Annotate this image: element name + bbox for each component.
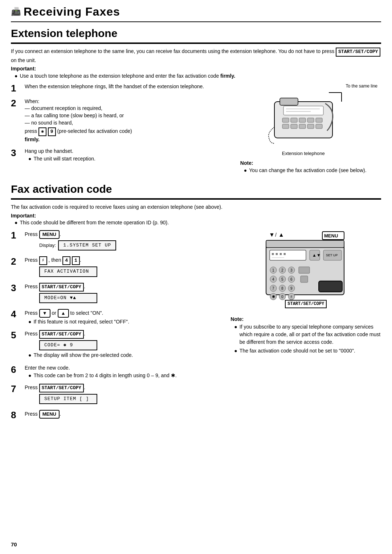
fax-step-4-bullet: If this feature is not required, select … xyxy=(28,318,223,326)
fax-step-6: 6 Enter the new code. This code can be f… xyxy=(11,364,223,379)
display-2: FAX ACTIVATION xyxy=(39,266,223,277)
fax-intro: The fax activation code is required to r… xyxy=(11,203,381,211)
svg-rect-7 xyxy=(282,118,289,122)
phone-drawing xyxy=(264,91,343,149)
ext-tel-steps: 1 When the extension telephone rings, li… xyxy=(11,83,218,175)
svg-rect-14 xyxy=(299,124,306,129)
fax-step-5: 5 Press START/SET/COPY. CODE= ✱ 9 The di… xyxy=(11,330,223,360)
svg-rect-10 xyxy=(307,118,314,122)
svg-text:3: 3 xyxy=(290,268,293,272)
display-1: Display: 1.SYSTEM SET UP xyxy=(39,240,223,250)
svg-rect-23 xyxy=(266,240,344,248)
svg-rect-12 xyxy=(282,124,289,129)
page-header: 📠 Receiving Faxes xyxy=(11,4,381,22)
fax-step-5-note: The display will show the pre-selected c… xyxy=(28,352,223,359)
display-5: CODE= ✱ 9 xyxy=(39,340,223,350)
fax-act-right: ▼ / ▲ MENU ■ ■ ■ ■ ─────── ▲▼ xyxy=(230,230,381,425)
svg-rect-3 xyxy=(280,98,298,105)
fax-step-8: 8 Press MENU. xyxy=(11,410,223,420)
svg-rect-9 xyxy=(299,118,306,122)
start-set-copy-5: START/SET/COPY xyxy=(39,330,84,339)
fax-activation-section: Fax activation code The fax activation c… xyxy=(11,182,381,425)
svg-rect-15 xyxy=(307,124,314,129)
svg-text:/: / xyxy=(275,232,277,238)
up-key: ▲ xyxy=(58,309,69,318)
page: 📠 Receiving Faxes Extension telephone If… xyxy=(0,0,392,554)
fax-note-bullet-2: The fax activation code should not be se… xyxy=(234,347,381,355)
start-set-copy-label: START/SET/COPY xyxy=(285,300,327,308)
svg-rect-11 xyxy=(316,118,322,122)
svg-text:♯: ♯ xyxy=(290,294,292,299)
ext-step-2: 2 When: — document reception is required… xyxy=(11,98,218,143)
fax-machine-svg: ▼ / ▲ MENU ■ ■ ■ ■ ─────── ▲▼ xyxy=(262,230,350,303)
svg-rect-8 xyxy=(291,118,297,122)
ext-step-3-content: Hang up the handset. The unit will start… xyxy=(25,148,218,163)
down-key: ▼ xyxy=(39,309,50,318)
ext-important-label: Important: xyxy=(11,65,381,73)
page-number: 70 xyxy=(11,541,17,548)
fax-step-4: 4 Press ▼ or ▲ to select "ON". If this f… xyxy=(11,309,223,326)
svg-rect-44 xyxy=(301,276,308,282)
fax-important-label: Important: xyxy=(11,212,381,220)
start-set-copy-3: START/SET/COPY xyxy=(39,283,84,292)
svg-rect-37 xyxy=(299,267,310,273)
svg-text:4: 4 xyxy=(272,277,274,281)
fax-bullet1: This code should be different from the r… xyxy=(15,219,381,227)
fax-act-content: 1 Press MENU. Display: 1.SYSTEM SET UP 2 xyxy=(11,230,381,425)
fax-step-6-bullet: This code can be from 2 to 4 digits in l… xyxy=(28,372,223,379)
svg-rect-57 xyxy=(319,281,342,292)
one-key: 1 xyxy=(72,256,80,265)
svg-text:8: 8 xyxy=(281,286,283,290)
fax-step-1: 1 Press MENU. Display: 1.SYSTEM SET UP xyxy=(11,230,223,252)
four-key: 4 xyxy=(62,256,70,265)
star-key: ✱ xyxy=(38,127,46,136)
fax-act-steps: 1 Press MENU. Display: 1.SYSTEM SET UP 2 xyxy=(11,230,223,425)
svg-text:■ ■ ■ ■: ■ ■ ■ ■ xyxy=(272,252,286,256)
ext-step-1-content: When the extension telephone rings, lift… xyxy=(25,83,218,90)
ext-step-3: 3 Hang up the handset. The unit will sta… xyxy=(11,148,218,163)
svg-rect-4 xyxy=(283,106,323,115)
hash-key: ♯ xyxy=(39,256,47,265)
svg-text:▲▼: ▲▼ xyxy=(312,253,321,258)
phone-caption: Extension telephone xyxy=(282,150,325,157)
fax-note-bullet-1: If you subscribe to any special telephon… xyxy=(234,323,381,346)
start-set-copy-key-intro: START/SET/COPY xyxy=(336,48,380,57)
ext-note-bullet: You can change the fax activation code (… xyxy=(244,167,367,174)
ext-bullet1: Use a touch tone telephone as the extens… xyxy=(15,73,381,80)
svg-rect-13 xyxy=(291,124,297,129)
svg-rect-16 xyxy=(316,124,322,129)
svg-text:───────: ─────── xyxy=(271,256,284,259)
ext-tel-right: To the same line xyxy=(225,83,381,175)
ext-tel-content: 1 When the extension telephone rings, li… xyxy=(11,83,381,175)
svg-text:7: 7 xyxy=(272,286,274,290)
svg-text:6: 6 xyxy=(290,277,293,281)
svg-text:1: 1 xyxy=(272,268,274,272)
start-set-copy-7: START/SET/COPY xyxy=(39,384,84,392)
svg-text:✱: ✱ xyxy=(272,294,275,299)
ext-step-2-content: When: — document reception is required, … xyxy=(25,98,218,143)
fax-icon: 📠 xyxy=(11,6,21,17)
fax-note: Note: If you subscribe to any special te… xyxy=(230,315,381,356)
fax-step-7: 7 Press START/SET/COPY. SETUP ITEM [ ] xyxy=(11,384,223,406)
fax-step-3: 3 Press START/SET/COPY. MODE=ON ▼▲ xyxy=(11,283,223,305)
same-line-label: To the same line xyxy=(225,83,381,89)
extension-telephone-title: Extension telephone xyxy=(11,26,381,44)
svg-text:▲: ▲ xyxy=(278,232,284,238)
svg-text:SET UP: SET UP xyxy=(326,253,338,257)
extension-telephone-section: Extension telephone If you connect an ex… xyxy=(11,26,381,175)
svg-text:5: 5 xyxy=(281,277,283,281)
menu-key-1: MENU xyxy=(39,230,60,239)
svg-text:0: 0 xyxy=(281,295,283,299)
display-7: SETUP ITEM [ ] xyxy=(39,394,223,404)
ext-step-1: 1 When the extension telephone rings, li… xyxy=(11,83,218,94)
svg-text:9: 9 xyxy=(290,286,293,290)
nine-key: 9 xyxy=(48,127,56,136)
ext-intro: If you connect an extension telephone to… xyxy=(11,48,381,64)
ext-note: Note: You can change the fax activation … xyxy=(240,160,367,175)
fax-step-2: 2 Press ♯ , then 4 1. FAX ACTIVATION xyxy=(11,256,223,278)
page-title: Receiving Faxes xyxy=(24,4,120,20)
fax-activation-title: Fax activation code xyxy=(11,182,381,200)
menu-key-8: MENU xyxy=(39,410,60,419)
display-3: MODE=ON ▼▲ xyxy=(39,293,223,303)
svg-text:2: 2 xyxy=(281,268,283,272)
